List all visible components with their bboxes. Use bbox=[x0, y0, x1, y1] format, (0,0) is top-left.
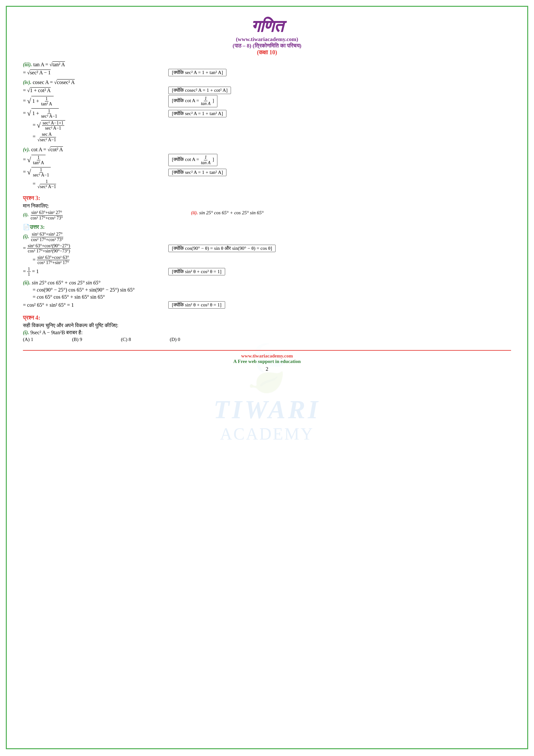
section-iv: (iv). cosec A = √cosec² A = √1 + cot² A … bbox=[23, 79, 511, 142]
footer-url: www.tiwariacademy.com bbox=[23, 353, 511, 359]
option-a: (A) 1 bbox=[23, 337, 33, 342]
uttar3-ii-step3: = cos² 65° + sin² 65° = 1 [क्योंकि sin² … bbox=[23, 301, 511, 309]
prashn4-text: सही विकल्प चुनिए और अपने विकल्प की पुष्ट… bbox=[23, 323, 511, 328]
page-title: गणित bbox=[23, 16, 511, 36]
page-number: 2 bbox=[23, 366, 511, 372]
prashn3-ii-problem: (ii). sin 25° cos 65° + cos 25° sin 65° bbox=[191, 210, 511, 216]
page-header: गणित (www.tiwariacademy.com) (पाठ – 8) (… bbox=[23, 16, 511, 56]
iv-line5: = sec A √sec² A−1 bbox=[33, 132, 511, 142]
prashn3-i-problem: (i). sin² 63°+sin² 27° cos² 17°+cos² 73° bbox=[23, 210, 191, 220]
prashn3-problems: (i). sin² 63°+sin² 27° cos² 17°+cos² 73°… bbox=[23, 210, 511, 220]
v-line3: = 1 √sec² A−1 bbox=[33, 179, 511, 189]
option-d: (D) 0 bbox=[170, 337, 180, 342]
iv-title: (iv). cosec A = √cosec² A bbox=[23, 79, 511, 85]
v-line1: = √ 1 tan² A [क्योंकि cot A = bbox=[23, 154, 511, 166]
footer-tagline: A Free web support in education bbox=[23, 359, 511, 364]
page-footer: www.tiwariacademy.com A Free web support… bbox=[23, 350, 511, 364]
v-line2: = √ 1 sec² A−1 [क्योंकि sec² A = 1 + tan… bbox=[23, 167, 511, 178]
prashn4-i-label: (i). 9sec² A − 9tan²B बराबर है: bbox=[23, 330, 511, 336]
uttar3-ii-section: (ii). sin 25° cos 65° + cos 25° sin 65° … bbox=[23, 280, 511, 309]
prashn4-section: प्रश्न 4: सही विकल्प चुनिए और अपने विकल्… bbox=[23, 314, 511, 342]
uttar3-section: 📄उत्तर 3: (i). sin² 63°+sin² 27° cos² 17… bbox=[23, 224, 511, 277]
section-v: (v). cot A = √cot² A = √ 1 tan² A bbox=[23, 147, 511, 189]
uttar3-i-step3: = 1 1 = 1 [क्योंकि sin² θ + cos² θ = 1] bbox=[23, 267, 511, 277]
iv-line2: = √ 1 + 1 tan² A [क्य bbox=[23, 95, 511, 107]
v-title: (v). cot A = √cot² A bbox=[23, 147, 511, 152]
section-iii: (iii). tan A = √tan² A = √sec² A − 1 [क्… bbox=[23, 62, 511, 76]
option-c: (C) 8 bbox=[121, 337, 131, 342]
iv-line1: = √1 + cot² A [क्योंकि cosec² A = 1 + co… bbox=[23, 87, 511, 94]
uttar3-ii-step2: = cos 65° cos 65° + sin 65° sin 65° bbox=[33, 294, 511, 300]
option-b: (B) 9 bbox=[72, 337, 82, 342]
header-url: (www.tiwariacademy.com) bbox=[23, 36, 511, 43]
uttar3-i-label: (i). sin² 63°+sin² 27° cos² 17°+cos² 73° bbox=[23, 232, 511, 242]
uttar3-ii-step1: = cos(90° − 25°) cos 65° + sin(90° − 25°… bbox=[33, 287, 511, 293]
prashn3-header: प्रश्न 3: bbox=[23, 195, 511, 202]
iii-title: (iii). tan A = √tan² A bbox=[23, 62, 511, 68]
prashn4-options: (A) 1 (B) 9 (C) 8 (D) 0 bbox=[23, 337, 511, 342]
iv-line3: = √ 1 + 1 sec² A−1 [क्योंकि sec² A bbox=[23, 108, 511, 119]
header-class: (कक्षा 10) bbox=[23, 49, 511, 56]
prashn3-text: मान निकालिए: bbox=[23, 203, 511, 209]
header-chapter: (पाठ – 8) (त्रिकोणमिति का परिचय) bbox=[23, 43, 511, 49]
uttar3-header: 📄उत्तर 3: bbox=[23, 224, 511, 230]
prashn3-section: प्रश्न 3: मान निकालिए: (i). sin² 63°+sin… bbox=[23, 195, 511, 220]
iv-line4: = √ sec² A−1+1 sec² A−1 bbox=[33, 120, 511, 131]
uttar3-ii-label: (ii). sin 25° cos 65° + cos 25° sin 65° bbox=[23, 280, 511, 286]
iii-line1: = √sec² A − 1 [क्योंकि sec² A = 1 + tan²… bbox=[23, 69, 511, 76]
uttar3-i-step1: = sin² 63°+cos²(90°−27°) cos² 17°+sin²(9… bbox=[23, 243, 511, 254]
uttar3-i-step2: = sin² 63°+cos² 63° cos² 17°+sin² 17° bbox=[33, 255, 511, 265]
prashn4-header: प्रश्न 4: bbox=[23, 314, 511, 321]
